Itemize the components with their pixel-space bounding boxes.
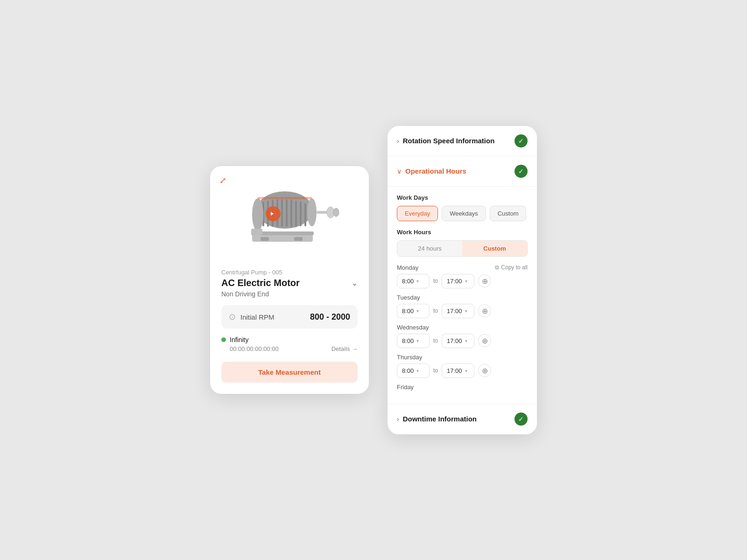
timer-value: 00:00:00:00:00:00	[230, 345, 279, 352]
tuesday-label-row: Tuesday	[397, 294, 528, 301]
work-hours-label: Work Hours	[397, 229, 528, 236]
operational-hours-header-left: ∨ Operational Hours	[397, 167, 466, 175]
svg-rect-10	[290, 200, 292, 227]
friday-label-row: Friday	[397, 384, 528, 391]
tab-custom-days[interactable]: Custom	[490, 206, 527, 221]
operational-hours-body: Work Days Everyday Weekdays Custom Work …	[388, 187, 537, 404]
rpm-value: 800 - 2000	[310, 312, 350, 322]
device-name: AC Electric Motor	[221, 278, 300, 288]
svg-rect-12	[300, 202, 302, 226]
tab-weekdays[interactable]: Weekdays	[442, 206, 486, 221]
svg-rect-8	[281, 199, 283, 227]
downtime-section-header[interactable]: › Downtime Information ✓	[388, 404, 537, 434]
status-dot	[221, 337, 226, 342]
wednesday-end-value: 17:00	[447, 337, 462, 344]
status-row: Infinity	[221, 336, 358, 343]
monday-time-row: 8:00 ▾ to 17:00 ▾ ⊕	[397, 274, 528, 288]
operational-hours-chevron: ∨	[397, 168, 402, 175]
device-name-row: AC Electric Motor ⌄	[221, 278, 358, 288]
rotation-speed-chevron: ›	[397, 137, 399, 145]
monday-start-chevron: ▾	[416, 279, 419, 284]
copy-icon: ⧉	[495, 264, 499, 271]
monday-end-chevron: ▾	[465, 279, 467, 284]
tuesday-label: Tuesday	[397, 294, 420, 301]
monday-start-select[interactable]: 8:00 ▾	[397, 274, 430, 288]
rpm-label: Initial RPM	[240, 313, 305, 321]
expand-icon[interactable]: ⤢	[219, 175, 226, 186]
main-scene: ⤢	[210, 126, 537, 434]
monday-label: Monday	[397, 264, 418, 271]
tab-everyday[interactable]: Everyday	[397, 206, 438, 221]
tuesday-end-chevron: ▾	[465, 308, 467, 314]
monday-to-text: to	[433, 278, 438, 284]
wednesday-label: Wednesday	[397, 324, 429, 331]
work-hours-tabs: 24 hours Custom	[397, 240, 528, 257]
thursday-end-select[interactable]: 17:00 ▾	[442, 364, 474, 378]
svg-rect-9	[286, 199, 288, 227]
operational-hours-title: Operational Hours	[405, 167, 466, 175]
wednesday-label-row: Wednesday	[397, 324, 528, 331]
device-expand-icon[interactable]: ⌄	[352, 279, 358, 287]
work-days-label: Work Days	[397, 194, 528, 201]
settings-card-inner: › Rotation Speed Information ✓ ∨ Operati…	[388, 126, 537, 434]
thursday-to-text: to	[433, 367, 438, 374]
wednesday-start-select[interactable]: 8:00 ▾	[397, 334, 430, 348]
tuesday-start-value: 8:00	[402, 308, 414, 315]
device-subtitle: Centrfugal Pump - 005	[221, 269, 358, 276]
timer-row: 00:00:00:00:00:00 Details →	[221, 345, 358, 352]
tuesday-add-btn[interactable]: ⊕	[478, 304, 491, 317]
svg-rect-11	[295, 201, 297, 227]
operational-hours-section-header[interactable]: ∨ Operational Hours ✓	[388, 156, 537, 187]
motor-image	[221, 177, 358, 261]
rotation-speed-title: Rotation Speed Information	[403, 137, 495, 145]
rotation-speed-header-left: › Rotation Speed Information	[397, 137, 494, 145]
tuesday-start-select[interactable]: 8:00 ▾	[397, 304, 430, 318]
svg-rect-21	[258, 197, 312, 199]
wednesday-end-chevron: ▾	[465, 338, 467, 343]
wednesday-start-value: 8:00	[402, 337, 414, 344]
tuesday-time-row: 8:00 ▾ to 17:00 ▾ ⊕	[397, 304, 528, 318]
downtime-chevron: ›	[397, 415, 399, 423]
status-label: Infinity	[230, 336, 248, 343]
svg-rect-23	[294, 237, 303, 241]
svg-rect-20	[251, 229, 262, 235]
downtime-title: Downtime Information	[403, 415, 477, 423]
rpm-icon: ⊙	[229, 312, 236, 322]
monday-end-value: 17:00	[447, 278, 462, 285]
thursday-start-select[interactable]: 8:00 ▾	[397, 364, 430, 378]
thursday-label-row: Thursday	[397, 354, 528, 361]
svg-rect-13	[304, 203, 306, 226]
thursday-add-btn[interactable]: ⊕	[478, 364, 491, 377]
wednesday-end-select[interactable]: 17:00 ▾	[442, 334, 474, 348]
tuesday-end-select[interactable]: 17:00 ▾	[442, 304, 474, 318]
wednesday-start-chevron: ▾	[416, 338, 419, 343]
device-type: Non Driving End	[221, 290, 358, 298]
svg-point-19	[333, 208, 339, 217]
tuesday-end-value: 17:00	[447, 308, 462, 315]
tuesday-start-chevron: ▾	[416, 308, 419, 314]
monday-end-select[interactable]: 17:00 ▾	[442, 274, 474, 288]
friday-label: Friday	[397, 384, 414, 391]
svg-point-15	[252, 198, 263, 231]
svg-rect-22	[261, 237, 269, 241]
tuesday-to-text: to	[433, 308, 438, 314]
wednesday-row: Wednesday 8:00 ▾ to 17:00 ▾ ⊕	[397, 324, 528, 348]
wednesday-to-text: to	[433, 337, 438, 344]
measure-button[interactable]: Take Measurement	[221, 362, 358, 383]
operational-hours-check: ✓	[514, 165, 528, 178]
settings-card: › Rotation Speed Information ✓ ∨ Operati…	[388, 126, 537, 434]
tab-24hours[interactable]: 24 hours	[397, 241, 462, 256]
rotation-speed-section-header[interactable]: › Rotation Speed Information ✓	[388, 126, 537, 156]
device-card: ⤢	[210, 166, 369, 394]
svg-point-16	[307, 198, 317, 226]
details-link[interactable]: Details →	[331, 345, 358, 352]
thursday-start-chevron: ▾	[416, 368, 419, 373]
monday-add-btn[interactable]: ⊕	[478, 274, 491, 287]
tab-custom-hours[interactable]: Custom	[462, 241, 527, 256]
monday-row: Monday ⧉ Copy to all 8:00 ▾ to	[397, 264, 528, 288]
thursday-end-chevron: ▾	[465, 368, 467, 373]
copy-to-all-btn[interactable]: ⧉ Copy to all	[495, 264, 528, 271]
wednesday-add-btn[interactable]: ⊕	[478, 334, 491, 347]
rpm-bar: ⊙ Initial RPM 800 - 2000	[221, 305, 358, 329]
copy-to-all-text: Copy to all	[501, 264, 528, 271]
